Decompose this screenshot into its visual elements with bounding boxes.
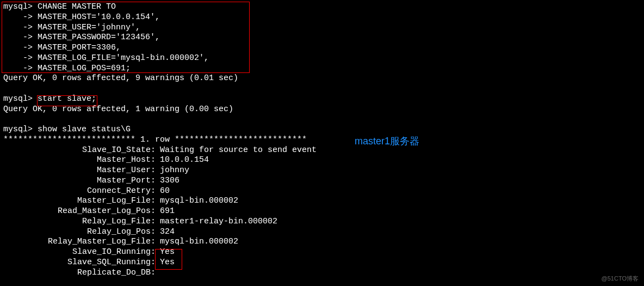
status-label: Master_Port: xyxy=(3,176,156,186)
cont-prompt: -> xyxy=(3,13,33,22)
status-value xyxy=(156,268,160,278)
slave-sql-running-value: Yes xyxy=(156,258,175,268)
status-row: Master_User:johnny xyxy=(3,166,641,176)
show-slave-status-cmd: show slave status\G xyxy=(33,125,131,134)
status-label: Master_Host: xyxy=(3,155,156,166)
status-label: Master_User: xyxy=(3,166,156,176)
status-row: Replicate_Do_DB: xyxy=(3,268,641,278)
master-log-pos: MASTER_LOG_POS=691; xyxy=(33,64,131,73)
query-result: Query OK, 0 rows affected, 1 warning (0.… xyxy=(3,105,641,115)
status-value: mysql-bin.000002 xyxy=(156,196,238,206)
status-value: mysql-bin.000002 xyxy=(156,237,238,247)
status-label: Slave_IO_Running: xyxy=(3,247,156,258)
status-row: Connect_Retry:60 xyxy=(3,186,641,197)
status-label: Master_Log_File: xyxy=(3,196,156,206)
cont-prompt: -> xyxy=(3,53,33,63)
status-row: Read_Master_Log_Pos:691 xyxy=(3,206,641,217)
status-row: Relay_Log_File:master1-relay-bin.000002 xyxy=(3,217,641,227)
status-value: 324 xyxy=(156,227,175,238)
cmd-line: -> MASTER_PORT=3306, xyxy=(3,43,641,53)
slave-io-running-value: Yes xyxy=(156,247,175,258)
status-value: Waiting for source to send event xyxy=(156,145,317,156)
status-row: Slave_SQL_Running:Yes xyxy=(3,258,641,268)
status-label: Slave_SQL_Running: xyxy=(3,258,156,268)
status-value: 60 xyxy=(156,186,170,197)
cmd-line: mysql> show slave status\G xyxy=(3,125,641,135)
start-slave-cmd: start slave; xyxy=(33,94,96,104)
status-label: Relay_Log_File: xyxy=(3,217,156,227)
blank-line xyxy=(3,84,641,94)
cont-prompt: -> xyxy=(3,23,33,32)
status-row: Relay_Master_Log_File:mysql-bin.000002 xyxy=(3,237,641,247)
status-row: Master_Host:10.0.0.154 xyxy=(3,155,641,166)
status-row: Slave_IO_Running:Yes xyxy=(3,247,641,258)
cont-prompt: -> xyxy=(3,64,33,73)
status-value: 3306 xyxy=(156,176,179,186)
cmd-line: -> MASTER_LOG_FILE='mysql-bin.000002', xyxy=(3,53,641,64)
status-label: Relay_Log_Pos: xyxy=(3,227,156,238)
cmd-line: -> MASTER_LOG_POS=691; xyxy=(3,64,641,74)
status-label: Read_Master_Log_Pos: xyxy=(3,206,156,217)
query-result: Query OK, 0 rows affected, 9 warnings (0… xyxy=(3,74,641,84)
master-port: MASTER_PORT=3306, xyxy=(33,43,121,52)
cont-prompt: -> xyxy=(3,33,33,42)
status-row: Relay_Log_Pos:324 xyxy=(3,227,641,238)
status-row: Master_Log_File:mysql-bin.000002 xyxy=(3,196,641,206)
cont-prompt: -> xyxy=(3,43,33,52)
status-value: 691 xyxy=(156,206,175,217)
mysql-prompt: mysql> xyxy=(3,94,33,104)
cmd-line: -> MASTER_PASSWORD='123456', xyxy=(3,33,641,43)
status-label: Slave_IO_State: xyxy=(3,145,156,156)
master-log-file: MASTER_LOG_FILE='mysql-bin.000002', xyxy=(33,53,209,63)
status-label: Replicate_Do_DB: xyxy=(3,268,156,278)
mysql-prompt: mysql> xyxy=(3,2,33,11)
status-value: johnny xyxy=(156,166,189,176)
blank-line xyxy=(3,114,641,125)
annotation-label: master1服务器 xyxy=(355,135,419,148)
status-label: Connect_Retry: xyxy=(3,186,156,197)
status-row: Master_Port:3306 xyxy=(3,176,641,186)
status-row: Slave_IO_State:Waiting for source to sen… xyxy=(3,145,641,156)
status-label: Relay_Master_Log_File: xyxy=(3,237,156,247)
cmd-line: -> MASTER_USER='johnny', xyxy=(3,23,641,33)
status-value: 10.0.0.154 xyxy=(156,155,209,166)
cmd-line: -> MASTER_HOST='10.0.0.154', xyxy=(3,13,641,23)
master-host: MASTER_HOST='10.0.0.154', xyxy=(33,13,160,22)
master-user: MASTER_USER='johnny', xyxy=(33,23,140,32)
mysql-prompt: mysql> xyxy=(3,125,33,134)
change-master-cmd: CHANGE MASTER TO xyxy=(33,2,116,11)
status-value: master1-relay-bin.000002 xyxy=(156,217,277,227)
cmd-line: mysql> CHANGE MASTER TO xyxy=(3,2,641,13)
master-password: MASTER_PASSWORD='123456', xyxy=(33,33,160,42)
cmd-line: mysql> start slave; xyxy=(3,94,641,105)
watermark: @51CTO博客 xyxy=(602,275,639,283)
row-header: *************************** 1. row *****… xyxy=(3,135,641,145)
terminal-output: mysql> CHANGE MASTER TO -> MASTER_HOST='… xyxy=(3,2,641,278)
